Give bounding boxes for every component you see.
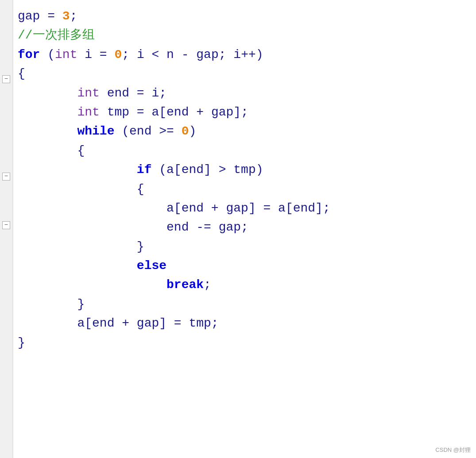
code-token: ;: [204, 278, 211, 292]
code-line: end -= gap;: [15, 218, 476, 237]
code-line: int tmp = a[end + gap];: [15, 103, 476, 122]
code-token: end = i;: [100, 86, 166, 100]
code-line: break;: [15, 275, 476, 294]
code-token: [18, 163, 137, 177]
code-token: [18, 278, 166, 292]
code-line: {: [15, 64, 476, 83]
code-token: {: [18, 67, 25, 81]
code-line: if (a[end] > tmp): [15, 160, 476, 179]
code-token: }: [18, 297, 85, 311]
code-line: for (int i = 0; i < n - gap; i++): [15, 45, 476, 64]
watermark: CSDN @封狸: [435, 446, 471, 454]
fold-marker[interactable]: −: [2, 173, 10, 181]
code-token: i =: [77, 48, 114, 62]
code-token: [18, 259, 137, 273]
code-token: int: [77, 105, 99, 119]
code-token: a[end + gap] = a[end];: [18, 201, 330, 215]
code-token: [18, 86, 77, 100]
code-token: [18, 124, 77, 138]
code-line: while (end >= 0): [15, 122, 476, 141]
gutter: −−−: [0, 0, 13, 458]
code-line: int end = i;: [15, 84, 476, 103]
code-line: else: [15, 256, 476, 275]
code-container: −−− gap = 3;//一次排多组for (int i = 0; i < n…: [0, 0, 476, 458]
code-token: for: [18, 48, 40, 62]
code-token: (a[end] > tmp): [151, 163, 263, 177]
code-token: }: [18, 336, 25, 350]
code-token: int: [55, 48, 77, 62]
code-token: [18, 105, 77, 119]
code-line: gap = 3;: [15, 7, 476, 26]
code-body: gap = 3;//一次排多组for (int i = 0; i < n - g…: [15, 4, 476, 352]
code-token: 0: [114, 48, 122, 62]
code-token: int: [77, 86, 99, 100]
code-token: 0: [182, 124, 189, 138]
code-token: tmp = a[end + gap];: [100, 105, 248, 119]
code-token: ): [189, 124, 196, 138]
code-token: while: [77, 124, 114, 138]
code-line: {: [15, 141, 476, 160]
code-line: a[end + gap] = a[end];: [15, 199, 476, 218]
code-token: break: [166, 278, 204, 292]
code-line: }: [15, 333, 476, 352]
code-token: else: [137, 259, 166, 273]
code-line: {: [15, 180, 476, 199]
code-token: 3: [62, 9, 70, 23]
code-token: //一次排多组: [18, 28, 95, 42]
code-token: ; i < n - gap; i++): [122, 48, 263, 62]
code-token: }: [18, 240, 144, 254]
code-line: a[end + gap] = tmp;: [15, 314, 476, 333]
code-token: (: [40, 48, 55, 62]
code-token: gap =: [18, 9, 62, 23]
code-token: (end >=: [114, 124, 181, 138]
code-token: {: [18, 144, 85, 158]
fold-marker[interactable]: −: [2, 221, 10, 229]
code-token: {: [18, 182, 144, 196]
code-token: a[end + gap] = tmp;: [18, 316, 219, 330]
code-token: ;: [70, 9, 77, 23]
code-line: }: [15, 295, 476, 314]
code-line: }: [15, 237, 476, 256]
code-token: if: [137, 163, 152, 177]
code-token: end -= gap;: [18, 220, 248, 234]
fold-marker[interactable]: −: [2, 75, 10, 83]
code-line: //一次排多组: [15, 26, 476, 45]
